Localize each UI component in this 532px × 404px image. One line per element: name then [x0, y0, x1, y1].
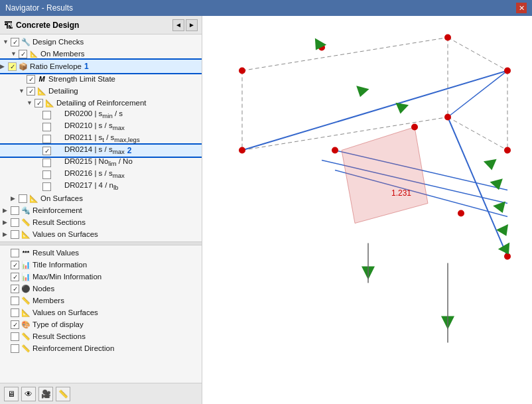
strength-limit-icon: M — [36, 74, 47, 84]
next-button[interactable]: ► — [186, 19, 198, 31]
separator1 — [0, 241, 202, 245]
dr0217-label: DR0217 | 4 / nlb — [64, 181, 118, 191]
reinforcement-label: Reinforcement — [33, 206, 82, 214]
tree-item-ratio-envelope[interactable]: 📦 Ratio Envelope 1 — [0, 60, 202, 73]
tree-item-result-sections2[interactable]: 📏 Result Sections — [0, 330, 202, 342]
checkbox-dr0216[interactable] — [42, 170, 51, 179]
tree-item-design-checks[interactable]: 🔧 Design Checks — [0, 36, 202, 48]
svg-point-20 — [504, 147, 511, 154]
checkbox-result-sections2[interactable] — [11, 332, 19, 341]
tree-item-on-surfaces[interactable]: 📐 On Surfaces — [0, 192, 202, 204]
checkbox-dr0210[interactable] — [42, 123, 51, 131]
camera-button[interactable]: 🎥 — [38, 387, 53, 401]
measure-button[interactable]: 📏 — [56, 387, 70, 401]
design-checks-label: Design Checks — [33, 38, 84, 46]
tree-item-reinf-dir[interactable]: 📏 Reinforcement Direction — [0, 342, 202, 354]
svg-text:1.231: 1.231 — [391, 188, 411, 198]
concrete-icon: 🏗 — [4, 20, 13, 31]
tree-item-type-display[interactable]: 🎨 Type of display — [0, 318, 202, 330]
screen-button[interactable]: 🖥 — [4, 387, 19, 401]
view-button[interactable]: 👁 — [21, 387, 36, 401]
svg-point-22 — [411, 124, 418, 131]
checkbox-detailing-reinf[interactable] — [34, 99, 43, 107]
dr0200-icon — [52, 109, 63, 120]
tree-item-members[interactable]: 📏 Members — [0, 295, 202, 306]
detailing-label: Detailing — [48, 87, 78, 95]
sidebar-tree[interactable]: 🔧 Design Checks 📐 On Members 📦 Ratio Env… — [0, 34, 202, 383]
checkbox-members[interactable] — [11, 297, 19, 305]
tree-item-nodes[interactable]: ⚫ Nodes — [0, 283, 202, 295]
checkbox-dr0217[interactable] — [42, 182, 51, 191]
arrow-detailing — [19, 88, 27, 94]
checkbox-values-surfaces[interactable] — [11, 230, 19, 239]
tree-item-dr0210[interactable]: DR0210 | s / smax — [0, 121, 202, 133]
checkbox-nodes[interactable] — [11, 285, 19, 293]
tree-item-values-surfaces[interactable]: 📐 Values on Surfaces — [0, 228, 202, 240]
on-members-label: On Members — [40, 50, 84, 58]
reinf-dir-label: Reinforcement Direction — [33, 344, 114, 352]
detailing-reinf-icon: 📐 — [44, 98, 55, 108]
checkbox-on-members[interactable] — [19, 50, 27, 58]
dr0211-icon — [52, 133, 63, 144]
tree-item-dr0200[interactable]: DR0200 | smin / s — [0, 109, 202, 121]
values-surfaces-label: Values on Surfaces — [33, 230, 98, 238]
arrow-design-checks — [3, 38, 11, 45]
tree-item-detailing[interactable]: 📐 Detailing — [0, 85, 202, 97]
tree-item-dr0214[interactable]: DR0214 | s / smax 2 — [0, 145, 202, 157]
tree-item-values-surfaces2[interactable]: 📐 Values on Surfaces — [0, 306, 202, 318]
dr0217-icon — [52, 181, 63, 192]
prev-button[interactable]: ◄ — [172, 19, 184, 31]
tree-item-detailing-reinf[interactable]: 📐 Detailing of Reinforcement — [0, 97, 202, 109]
nodes-icon: ⚫ — [21, 283, 31, 294]
result-values-label: Result Values — [33, 249, 79, 257]
title-bar: Navigator - Results ✕ — [0, 0, 532, 16]
tree-item-result-sections[interactable]: 📏 Result Sections — [0, 216, 202, 228]
checkbox-values-surfaces2[interactable] — [11, 308, 19, 317]
sidebar-header: 🏗 Concrete Design ◄ ► — [0, 16, 202, 34]
tree-item-strength-limit[interactable]: M Strength Limit State — [0, 73, 202, 85]
design-checks-icon: 🔧 — [21, 36, 31, 47]
close-button[interactable]: ✕ — [516, 3, 527, 13]
tree-item-result-values[interactable]: *** Result Values — [0, 247, 202, 259]
content-area: 🏗 Concrete Design ◄ ► 🔧 Design Checks — [0, 16, 532, 404]
viewport: 1.231 — [202, 16, 532, 404]
svg-point-19 — [444, 114, 451, 121]
svg-point-21 — [332, 147, 338, 154]
checkbox-on-surfaces[interactable] — [19, 194, 27, 203]
tree-item-dr0215[interactable]: DR0215 | Nolim / No — [0, 157, 202, 168]
result-sections2-label: Result Sections — [33, 332, 86, 340]
checkbox-strength-limit[interactable] — [27, 75, 35, 84]
tree-item-dr0217[interactable]: DR0217 | 4 / nlb — [0, 180, 202, 192]
result-sections-label: Result Sections — [33, 218, 86, 226]
dr0215-icon — [52, 157, 63, 168]
checkbox-dr0215[interactable] — [42, 159, 51, 167]
dr0210-icon — [52, 121, 63, 132]
scene-svg: 1.231 — [202, 16, 532, 404]
checkbox-reinforcement[interactable] — [11, 206, 19, 215]
checkbox-reinf-dir[interactable] — [11, 344, 19, 353]
checkbox-result-sections[interactable] — [11, 218, 19, 227]
strength-limit-label: Strength Limit State — [48, 75, 115, 83]
checkbox-dr0200[interactable] — [42, 111, 51, 119]
tree-item-on-members[interactable]: 📐 On Members — [0, 48, 202, 60]
tree-item-reinforcement[interactable]: 🔩 Reinforcement — [0, 204, 202, 216]
checkbox-detailing[interactable] — [27, 87, 35, 96]
checkbox-design-checks[interactable] — [11, 38, 19, 46]
checkbox-type-display[interactable] — [11, 320, 19, 329]
tree-item-maxmin-info[interactable]: 📊 Max/Min Information — [0, 271, 202, 283]
checkbox-title-info[interactable] — [11, 261, 19, 269]
dr0216-icon — [52, 169, 63, 180]
checkbox-maxmin-info[interactable] — [11, 273, 19, 281]
checkbox-result-values[interactable] — [11, 249, 19, 257]
arrow-values-surfaces — [3, 231, 11, 237]
tree-item-dr0211[interactable]: DR0211 | st / smax,legs — [0, 133, 202, 145]
checkbox-dr0211[interactable] — [42, 135, 51, 143]
result-sections2-icon: 📏 — [21, 331, 31, 342]
tree-item-dr0216[interactable]: DR0216 | s / smax — [0, 168, 202, 180]
checkbox-ratio-envelope[interactable] — [8, 62, 17, 71]
dr0214-badge: 2 — [127, 146, 132, 155]
tree-item-title-info[interactable]: 📊 Title Information — [0, 259, 202, 271]
svg-point-23 — [458, 210, 464, 217]
arrow-reinforcement — [3, 207, 11, 214]
checkbox-dr0214[interactable] — [42, 147, 51, 155]
